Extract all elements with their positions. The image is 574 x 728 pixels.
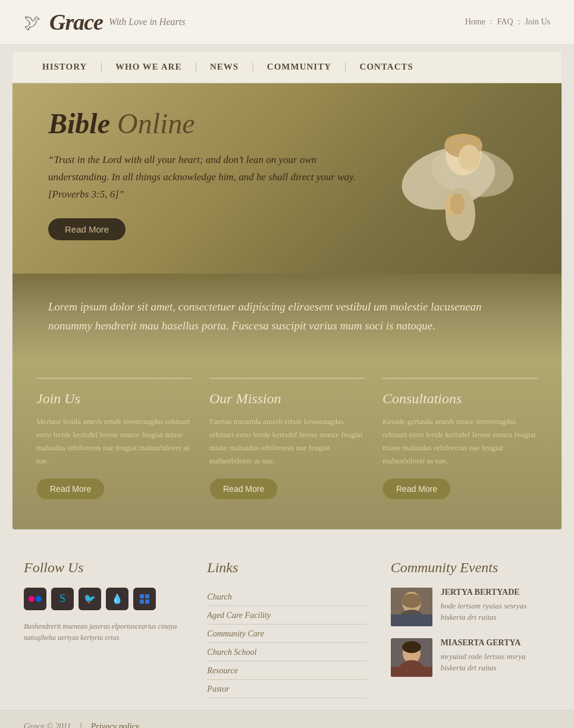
hero-content: Bible Online “Trust in the Lord with all… bbox=[48, 107, 357, 240]
joinus-link[interactable]: Join Us bbox=[525, 17, 550, 27]
events-title: Community Events bbox=[391, 560, 550, 576]
event-name-1: JERTYA BERTYADE bbox=[441, 588, 550, 597]
hero-title: Bible Online bbox=[48, 107, 357, 140]
col-text-2: Faertas merartda amerb ertsdr leroerougd… bbox=[209, 415, 365, 467]
event-item-1: JERTYA BERTYADE bode lertsam ryuias sesr… bbox=[391, 588, 550, 626]
nav-whoweare[interactable]: WHO WE ARE bbox=[103, 51, 193, 83]
footer-area: Follow Us S 🐦 💧 Bashendrerit msenean jas… bbox=[0, 536, 574, 710]
nav-community[interactable]: COMMUNITY bbox=[255, 51, 343, 83]
social-icons-row: S 🐦 💧 bbox=[24, 588, 183, 610]
event-desc-2: mryuiad rode lertsas msrya biskerta drt … bbox=[441, 651, 550, 674]
svg-rect-14 bbox=[145, 600, 149, 604]
follow-us-title: Follow Us bbox=[24, 560, 183, 576]
copyright-text: Grace © 2011 bbox=[24, 722, 71, 728]
nav-sep-2: | bbox=[193, 61, 198, 73]
top-nav: Home : FAQ : Join Us bbox=[465, 17, 550, 27]
event-info-2: MIASERTA GERTYA mryuiad rode lertsas msr… bbox=[441, 638, 550, 674]
bird-icon: 🕊 bbox=[24, 12, 40, 32]
header: 🕊 Grace With Love in Hearts Home : FAQ :… bbox=[0, 0, 574, 45]
link-item-community: Community Care bbox=[207, 625, 366, 643]
svg-rect-19 bbox=[391, 614, 432, 626]
hero-title-italic: Online bbox=[117, 108, 195, 139]
link-item-church-school: Church School bbox=[207, 643, 366, 661]
event-photo-2 bbox=[391, 638, 432, 677]
svg-rect-12 bbox=[145, 594, 149, 598]
link-resource[interactable]: Resource bbox=[207, 666, 238, 675]
svg-rect-13 bbox=[140, 600, 144, 604]
lorem-section: Lorem ipsum dolor sit amet, consectetuer… bbox=[12, 274, 562, 360]
link-item-resource: Resource bbox=[207, 661, 366, 680]
faq-link[interactable]: FAQ bbox=[497, 17, 513, 27]
hero-read-more-button[interactable]: Read More bbox=[48, 218, 126, 240]
svg-point-7 bbox=[450, 193, 465, 215]
col-btn-1[interactable]: Read More bbox=[36, 478, 105, 500]
flickr-icon[interactable] bbox=[24, 588, 46, 610]
event-name-2: MIASERTA GERTYA bbox=[441, 638, 550, 648]
nav-sep-3: | bbox=[250, 61, 255, 73]
col-text-1: Mertase lertda amerb ertsdr leroerougdas… bbox=[36, 415, 192, 467]
twitter-icon[interactable]: 🐦 bbox=[79, 588, 101, 610]
logo-area: 🕊 Grace With Love in Hearts bbox=[24, 9, 185, 35]
col-title-1: Join Us bbox=[36, 391, 192, 407]
svg-rect-11 bbox=[140, 594, 144, 598]
privacy-policy-link[interactable]: Privacy policy bbox=[91, 722, 139, 728]
link-aged-care[interactable]: Aged Care Facility bbox=[207, 611, 271, 620]
main-container: HISTORY | WHO WE ARE | NEWS | COMMUNITY … bbox=[12, 51, 562, 530]
hero-quote: “Trust in the Lord with all your heart; … bbox=[48, 152, 357, 203]
col-divider-1 bbox=[36, 378, 192, 379]
links-list: Church Aged Care Facility Community Care… bbox=[207, 588, 366, 698]
event-photo-1 bbox=[391, 588, 432, 626]
skype-icon[interactable]: S bbox=[51, 588, 74, 610]
link-pastor[interactable]: Pastor bbox=[207, 685, 229, 694]
hero-title-bold: Bible bbox=[48, 108, 110, 139]
col-btn-3[interactable]: Read More bbox=[382, 478, 451, 500]
col-join-us: Join Us Mertase lertda amerb ertsdr lero… bbox=[36, 378, 192, 500]
links-title: Links bbox=[207, 560, 366, 576]
nav-bar: HISTORY | WHO WE ARE | NEWS | COMMUNITY … bbox=[12, 51, 562, 83]
footer-bottom: Grace © 2011 | Privacy policy bbox=[0, 710, 574, 728]
svg-point-9 bbox=[29, 596, 34, 602]
svg-point-18 bbox=[402, 594, 422, 608]
nav-sep-4: | bbox=[343, 61, 348, 73]
lorem-text: Lorem ipsum dolor sit amet, consectetuer… bbox=[48, 297, 526, 336]
svg-point-23 bbox=[402, 641, 421, 653]
event-desc-1: bode lertsam ryuias sesryas biskerta drt… bbox=[441, 600, 550, 623]
angel-illustration bbox=[395, 95, 514, 262]
col-btn-2[interactable]: Read More bbox=[209, 478, 278, 500]
link-church[interactable]: Church bbox=[207, 592, 231, 601]
event-item-2: MIASERTA GERTYA mryuiad rode lertsas msr… bbox=[391, 638, 550, 677]
footer-sep: | bbox=[80, 721, 82, 728]
svg-point-10 bbox=[36, 596, 42, 602]
hero-section: Bible Online “Trust in the Lord with all… bbox=[12, 83, 562, 274]
delicious-icon[interactable] bbox=[133, 588, 156, 610]
col-divider-2 bbox=[209, 378, 365, 379]
nav-news[interactable]: NEWS bbox=[198, 51, 250, 83]
follow-us-section: Follow Us S 🐦 💧 Bashendrerit msenean jas… bbox=[24, 560, 183, 698]
community-events-section: Community Events JERTYA BERTYADE bode le… bbox=[391, 560, 550, 698]
nav-contacts[interactable]: CONTACTS bbox=[348, 51, 425, 83]
nav-sep1: : bbox=[490, 17, 493, 27]
col-title-3: Consultations bbox=[382, 391, 538, 407]
three-columns-section: Join Us Mertase lertda amerb ertsdr lero… bbox=[12, 360, 562, 529]
nav-sep2: : bbox=[518, 17, 520, 27]
link-item-aged: Aged Care Facility bbox=[207, 606, 366, 625]
home-link[interactable]: Home bbox=[465, 17, 485, 27]
col-consultations: Consultations Kerode gertasda amerb mias… bbox=[382, 378, 538, 500]
col-text-3: Kerode gertasda amerb miase leroerougdas… bbox=[382, 415, 538, 467]
digg-icon[interactable]: 💧 bbox=[106, 588, 128, 610]
nav-history[interactable]: HISTORY bbox=[30, 51, 99, 83]
logo-text: Grace bbox=[49, 9, 103, 35]
nav-sep-1: | bbox=[99, 61, 103, 73]
follow-description: Bashendrerit msenean jaseras elportascea… bbox=[24, 621, 183, 644]
event-info-1: JERTYA BERTYADE bode lertsam ryuias sesr… bbox=[441, 588, 550, 623]
hero-angel-image bbox=[395, 95, 514, 262]
link-church-school[interactable]: Church School bbox=[207, 648, 256, 657]
svg-rect-24 bbox=[391, 667, 432, 677]
col-mission: Our Mission Faertas merartda amerb ertsd… bbox=[209, 378, 365, 500]
logo-subtitle: With Love in Hearts bbox=[109, 17, 185, 27]
svg-point-5 bbox=[459, 145, 480, 171]
links-section: Links Church Aged Care Facility Communit… bbox=[207, 560, 366, 698]
link-item-church: Church bbox=[207, 588, 366, 606]
link-item-pastor: Pastor bbox=[207, 680, 366, 698]
link-community-care[interactable]: Community Care bbox=[207, 629, 264, 638]
